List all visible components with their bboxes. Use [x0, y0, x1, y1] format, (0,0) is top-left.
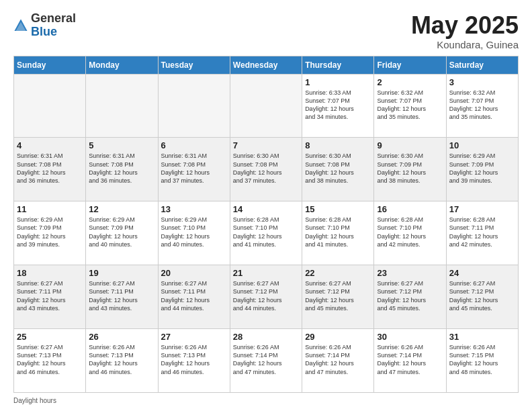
- day-number: 13: [161, 204, 227, 214]
- day-number: 16: [377, 204, 443, 214]
- calendar-cell: 27Sunrise: 6:26 AM Sunset: 7:13 PM Dayli…: [158, 329, 230, 393]
- calendar-cell: 4Sunrise: 6:31 AM Sunset: 7:08 PM Daylig…: [14, 138, 86, 201]
- day-info: Sunrise: 6:31 AM Sunset: 7:08 PM Dayligh…: [17, 152, 83, 185]
- calendar-cell: 6Sunrise: 6:31 AM Sunset: 7:08 PM Daylig…: [158, 138, 230, 201]
- day-number: 18: [17, 268, 83, 278]
- calendar-cell: 18Sunrise: 6:27 AM Sunset: 7:11 PM Dayli…: [14, 265, 86, 329]
- day-info: Sunrise: 6:29 AM Sunset: 7:10 PM Dayligh…: [161, 216, 227, 248]
- day-number: 2: [377, 77, 443, 87]
- day-info: Sunrise: 6:30 AM Sunset: 7:09 PM Dayligh…: [377, 152, 443, 185]
- day-number: 29: [305, 332, 371, 342]
- day-number: 23: [377, 268, 443, 278]
- calendar-cell: 26Sunrise: 6:26 AM Sunset: 7:13 PM Dayli…: [86, 329, 158, 393]
- day-info: Sunrise: 6:32 AM Sunset: 7:07 PM Dayligh…: [377, 89, 443, 122]
- day-number: 17: [449, 204, 515, 214]
- logo-blue: Blue: [31, 26, 76, 39]
- calendar-cell: 5Sunrise: 6:31 AM Sunset: 7:08 PM Daylig…: [86, 138, 158, 201]
- calendar-cell: 30Sunrise: 6:26 AM Sunset: 7:14 PM Dayli…: [374, 329, 446, 393]
- day-info: Sunrise: 6:31 AM Sunset: 7:08 PM Dayligh…: [89, 152, 154, 185]
- title-block: May 2025 Koundara, Guinea: [411, 12, 519, 50]
- day-info: Sunrise: 6:28 AM Sunset: 7:11 PM Dayligh…: [449, 216, 515, 248]
- calendar-header-thursday: Thursday: [302, 56, 374, 74]
- title-location: Koundara, Guinea: [411, 39, 519, 50]
- calendar-cell: [230, 74, 302, 138]
- day-info: Sunrise: 6:29 AM Sunset: 7:09 PM Dayligh…: [89, 216, 154, 248]
- day-number: 9: [377, 140, 443, 150]
- day-info: Sunrise: 6:26 AM Sunset: 7:13 PM Dayligh…: [89, 343, 154, 376]
- calendar-cell: 7Sunrise: 6:30 AM Sunset: 7:08 PM Daylig…: [230, 138, 302, 201]
- day-number: 11: [17, 204, 83, 214]
- day-info: Sunrise: 6:28 AM Sunset: 7:10 PM Dayligh…: [377, 216, 443, 248]
- calendar-week-2: 4Sunrise: 6:31 AM Sunset: 7:08 PM Daylig…: [14, 138, 519, 201]
- calendar-cell: 12Sunrise: 6:29 AM Sunset: 7:09 PM Dayli…: [86, 201, 158, 265]
- day-number: 7: [233, 140, 299, 150]
- calendar-cell: 23Sunrise: 6:27 AM Sunset: 7:12 PM Dayli…: [374, 265, 446, 329]
- calendar-cell: 11Sunrise: 6:29 AM Sunset: 7:09 PM Dayli…: [14, 201, 86, 265]
- day-info: Sunrise: 6:33 AM Sunset: 7:07 PM Dayligh…: [305, 89, 371, 122]
- day-info: Sunrise: 6:29 AM Sunset: 7:09 PM Dayligh…: [17, 216, 83, 248]
- day-info: Sunrise: 6:28 AM Sunset: 7:10 PM Dayligh…: [305, 216, 371, 248]
- footer: Daylight hours: [13, 397, 519, 404]
- day-info: Sunrise: 6:27 AM Sunset: 7:11 PM Dayligh…: [17, 279, 83, 312]
- day-number: 1: [305, 77, 371, 87]
- day-number: 19: [89, 268, 154, 278]
- calendar-cell: 25Sunrise: 6:27 AM Sunset: 7:13 PM Dayli…: [14, 329, 86, 393]
- day-info: Sunrise: 6:27 AM Sunset: 7:12 PM Dayligh…: [233, 279, 299, 312]
- calendar-cell: 28Sunrise: 6:26 AM Sunset: 7:14 PM Dayli…: [230, 329, 302, 393]
- header: General Blue May 2025 Koundara, Guinea: [13, 12, 519, 50]
- calendar-header-monday: Monday: [86, 56, 158, 74]
- day-info: Sunrise: 6:26 AM Sunset: 7:14 PM Dayligh…: [305, 343, 371, 376]
- daylight-label: Daylight hours: [13, 397, 56, 404]
- calendar-week-4: 18Sunrise: 6:27 AM Sunset: 7:11 PM Dayli…: [14, 265, 519, 329]
- day-number: 4: [17, 140, 83, 150]
- day-number: 5: [89, 140, 154, 150]
- day-info: Sunrise: 6:31 AM Sunset: 7:08 PM Dayligh…: [161, 152, 227, 185]
- day-info: Sunrise: 6:27 AM Sunset: 7:12 PM Dayligh…: [449, 279, 515, 312]
- day-info: Sunrise: 6:27 AM Sunset: 7:12 PM Dayligh…: [305, 279, 371, 312]
- calendar-header-sunday: Sunday: [14, 56, 86, 74]
- logo-general: General: [31, 12, 76, 26]
- page: General Blue May 2025 Koundara, Guinea S…: [0, 0, 532, 411]
- day-info: Sunrise: 6:27 AM Sunset: 7:11 PM Dayligh…: [89, 279, 154, 312]
- day-info: Sunrise: 6:26 AM Sunset: 7:15 PM Dayligh…: [449, 343, 515, 376]
- calendar-week-3: 11Sunrise: 6:29 AM Sunset: 7:09 PM Dayli…: [14, 201, 519, 265]
- day-number: 24: [449, 268, 515, 278]
- day-number: 10: [449, 140, 515, 150]
- day-info: Sunrise: 6:27 AM Sunset: 7:12 PM Dayligh…: [377, 279, 443, 312]
- calendar-cell: 22Sunrise: 6:27 AM Sunset: 7:12 PM Dayli…: [302, 265, 374, 329]
- logo-text: General Blue: [31, 12, 76, 39]
- day-number: 27: [161, 332, 227, 342]
- day-number: 15: [305, 204, 371, 214]
- day-number: 22: [305, 268, 371, 278]
- day-number: 25: [17, 332, 83, 342]
- calendar-cell: 29Sunrise: 6:26 AM Sunset: 7:14 PM Dayli…: [302, 329, 374, 393]
- day-number: 3: [449, 77, 515, 87]
- calendar-cell: 16Sunrise: 6:28 AM Sunset: 7:10 PM Dayli…: [374, 201, 446, 265]
- calendar-cell: [14, 74, 86, 138]
- calendar-cell: 24Sunrise: 6:27 AM Sunset: 7:12 PM Dayli…: [446, 265, 518, 329]
- calendar-cell: 14Sunrise: 6:28 AM Sunset: 7:10 PM Dayli…: [230, 201, 302, 265]
- day-number: 14: [233, 204, 299, 214]
- day-info: Sunrise: 6:26 AM Sunset: 7:13 PM Dayligh…: [161, 343, 227, 376]
- calendar-cell: 8Sunrise: 6:30 AM Sunset: 7:08 PM Daylig…: [302, 138, 374, 201]
- calendar-cell: [86, 74, 158, 138]
- day-number: 28: [233, 332, 299, 342]
- day-info: Sunrise: 6:27 AM Sunset: 7:11 PM Dayligh…: [161, 279, 227, 312]
- calendar-cell: 20Sunrise: 6:27 AM Sunset: 7:11 PM Dayli…: [158, 265, 230, 329]
- calendar-cell: 9Sunrise: 6:30 AM Sunset: 7:09 PM Daylig…: [374, 138, 446, 201]
- day-info: Sunrise: 6:26 AM Sunset: 7:14 PM Dayligh…: [377, 343, 443, 376]
- calendar-cell: 13Sunrise: 6:29 AM Sunset: 7:10 PM Dayli…: [158, 201, 230, 265]
- day-info: Sunrise: 6:30 AM Sunset: 7:08 PM Dayligh…: [233, 152, 299, 185]
- calendar-header-row: SundayMondayTuesdayWednesdayThursdayFrid…: [14, 56, 519, 74]
- day-info: Sunrise: 6:32 AM Sunset: 7:07 PM Dayligh…: [449, 89, 515, 122]
- calendar-cell: 31Sunrise: 6:26 AM Sunset: 7:15 PM Dayli…: [446, 329, 518, 393]
- day-number: 20: [161, 268, 227, 278]
- calendar-cell: 17Sunrise: 6:28 AM Sunset: 7:11 PM Dayli…: [446, 201, 518, 265]
- logo-icon: [13, 18, 28, 33]
- title-month: May 2025: [411, 12, 519, 39]
- calendar-cell: 21Sunrise: 6:27 AM Sunset: 7:12 PM Dayli…: [230, 265, 302, 329]
- calendar-cell: 3Sunrise: 6:32 AM Sunset: 7:07 PM Daylig…: [446, 74, 518, 138]
- day-number: 12: [89, 204, 154, 214]
- day-number: 21: [233, 268, 299, 278]
- calendar-header-tuesday: Tuesday: [158, 56, 230, 74]
